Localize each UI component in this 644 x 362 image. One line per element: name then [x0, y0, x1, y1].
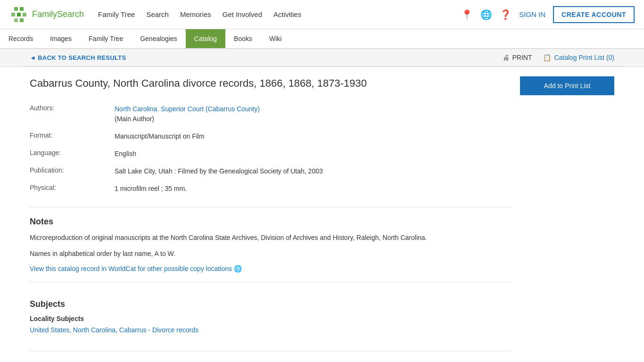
notes-section: Notes Microreproduction of original manu… [30, 217, 511, 272]
print-label: PRINT [512, 54, 532, 61]
publication-label: Publication: [30, 166, 115, 176]
svg-rect-4 [23, 13, 26, 16]
film-digital-section: Film/Digital Notes [30, 361, 511, 362]
notes-text-2: Names in alphabetical order by last name… [30, 248, 511, 259]
back-label: BACK TO SEARCH RESULTS [38, 54, 126, 61]
locality-subject-link[interactable]: United States, North Carolina, Cabarrus … [30, 326, 198, 334]
logo-icon [9, 5, 28, 24]
catalog-print-label: Catalog Print List (0) [554, 54, 614, 61]
svg-rect-1 [20, 7, 24, 11]
tab-books[interactable]: Books [225, 29, 261, 48]
worldcat-link[interactable]: View this catalog record in WorldCat for… [30, 265, 242, 272]
tab-images[interactable]: Images [41, 29, 80, 48]
catalog-print-link[interactable]: 📋 Catalog Print List (0) [543, 54, 614, 61]
author-note: (Main Author) [115, 115, 154, 123]
svg-rect-0 [14, 7, 18, 11]
tab-wiki[interactable]: Wiki [261, 29, 290, 48]
back-arrow-icon: ◄ [30, 54, 36, 61]
divider-2 [30, 282, 511, 282]
svg-rect-6 [20, 18, 24, 22]
tab-genealogies[interactable]: Genealogies [132, 29, 186, 48]
logo-text: FamilySearch [32, 9, 84, 19]
nav-family-tree[interactable]: Family Tree [98, 8, 135, 20]
content-area: Cabarrus County, North Carolina divorce … [30, 67, 614, 362]
nav-activities[interactable]: Activities [273, 8, 301, 20]
print-link[interactable]: 🖨 PRINT [503, 54, 532, 61]
sign-in-link[interactable]: SIGN IN [519, 10, 545, 18]
publication-value: Salt Lake City, Utah : Filmed by the Gen… [115, 166, 511, 176]
physical-value: 1 microfilm reel ; 35 mm. [115, 184, 511, 194]
authors-label: Authors: [30, 104, 115, 124]
create-account-button[interactable]: CREATE ACCOUNT [553, 6, 635, 23]
authors-value: North Carolina. Superior Court (Cabarrus… [115, 104, 511, 124]
notes-text-1: Microreproduction of original manuscript… [30, 232, 511, 243]
header-right: 📍 🌐 ❓ SIGN IN CREATE ACCOUNT [461, 6, 635, 23]
physical-row: Physical: 1 microfilm reel ; 35 mm. [30, 180, 511, 197]
back-bar-actions: 🖨 PRINT 📋 Catalog Print List (0) [503, 54, 614, 61]
add-to-print-list-button[interactable]: Add to Print List [520, 76, 614, 95]
language-value: English [115, 149, 511, 159]
nav-get-involved[interactable]: Get Involved [223, 8, 262, 20]
svg-rect-2 [11, 13, 15, 16]
tab-catalog[interactable]: Catalog [186, 29, 225, 48]
publication-row: Publication: Salt Lake City, Utah : Film… [30, 163, 511, 180]
record-title: Cabarrus County, North Carolina divorce … [30, 76, 511, 91]
main-container: Cabarrus County, North Carolina divorce … [20, 67, 624, 362]
nav-search[interactable]: Search [146, 8, 169, 20]
format-label: Format: [30, 132, 115, 141]
svg-rect-5 [14, 18, 18, 22]
subjects-heading: Subjects [30, 299, 511, 309]
globe-icon[interactable]: 🌐 [480, 9, 492, 20]
language-label: Language: [30, 149, 115, 159]
logo[interactable]: FamilySearch [9, 5, 84, 24]
back-bar-wrapper: ◄ BACK TO SEARCH RESULTS 🖨 PRINT 📋 Catal… [0, 49, 644, 67]
divider-1 [30, 207, 511, 207]
nav-memories[interactable]: Memories [180, 8, 211, 20]
notes-heading: Notes [30, 217, 511, 227]
format-value: Manuscript/Manuscript on Film [115, 132, 511, 141]
sub-nav: Records Images Family Tree Genealogies C… [0, 29, 644, 49]
language-row: Language: English [30, 145, 511, 163]
subjects-section: Subjects Locality Subjects United States… [30, 292, 511, 341]
locality-subjects-label: Locality Subjects [30, 315, 511, 322]
location-icon[interactable]: 📍 [461, 9, 473, 20]
header: FamilySearch Family Tree Search Memories… [0, 0, 644, 29]
author-link[interactable]: North Carolina. Superior Court (Cabarrus… [115, 105, 260, 113]
back-to-search-link[interactable]: ◄ BACK TO SEARCH RESULTS [30, 54, 126, 61]
divider-3 [30, 351, 511, 351]
physical-label: Physical: [30, 184, 115, 194]
catalog-list-icon: 📋 [543, 54, 551, 61]
svg-rect-3 [17, 13, 21, 16]
main-nav: Family Tree Search Memories Get Involved… [98, 8, 461, 20]
sidebar-right: Add to Print List [520, 76, 614, 362]
tab-records[interactable]: Records [0, 29, 41, 48]
print-icon: 🖨 [503, 54, 509, 61]
worldcat-globe-icon: 🌐 [234, 265, 242, 272]
worldcat-link-text: View this catalog record in WorldCat for… [30, 265, 232, 272]
help-icon[interactable]: ❓ [500, 9, 512, 20]
format-row: Format: Manuscript/Manuscript on Film [30, 128, 511, 145]
tab-family-tree[interactable]: Family Tree [80, 29, 132, 48]
authors-row: Authors: North Carolina. Superior Court … [30, 100, 511, 128]
back-bar: ◄ BACK TO SEARCH RESULTS 🖨 PRINT 📋 Catal… [20, 49, 624, 66]
record-details: Cabarrus County, North Carolina divorce … [30, 76, 511, 362]
